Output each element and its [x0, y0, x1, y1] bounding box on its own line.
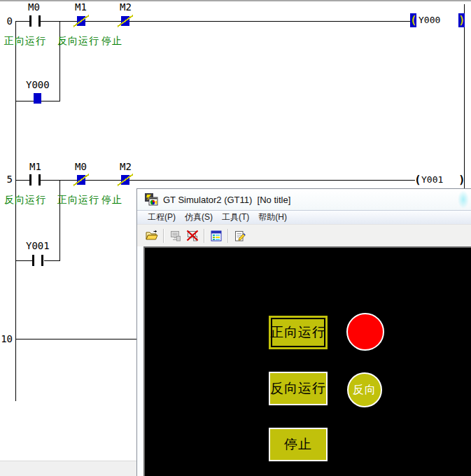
step-number-0: 0	[0, 15, 13, 27]
open-project-icon	[145, 229, 159, 243]
gt-menu-bar: 工程(P) 仿真(S) 工具(T) 帮助(H)	[137, 210, 471, 224]
end-simulation-button[interactable]	[184, 227, 201, 244]
coil-y001-open-paren[interactable]: (	[414, 173, 421, 187]
comment-reverse-run: 反向运行	[57, 35, 99, 48]
device-label-y001-branch: Y001	[26, 240, 50, 251]
screenshot-root: 0 5 10 M0 M1 M2 Y000 正向运行 反向运行 停止 ( Y000…	[0, 0, 471, 476]
hmi-lamp-forward-on	[346, 313, 384, 351]
menu-item-help[interactable]: 帮助(H)	[257, 211, 288, 224]
start-simulation-icon	[169, 229, 183, 243]
contact-y000-branch[interactable]	[34, 93, 41, 104]
device-label-m1: M1	[75, 1, 87, 13]
titlebar-glass-glow	[458, 190, 469, 209]
coil-y000-open-paren[interactable]: (	[410, 13, 416, 27]
device-label-y000-branch: Y000	[26, 79, 50, 90]
device-label-m2-rung5: M2	[120, 161, 132, 172]
toolbar-separator	[163, 229, 164, 243]
menu-item-simulate[interactable]: 仿真(S)	[183, 211, 214, 224]
hmi-lamp-reverse: 反向	[347, 372, 382, 407]
gt-toolbar	[137, 224, 471, 246]
device-monitor-icon	[209, 229, 223, 243]
device-label-m0: M0	[28, 1, 40, 13]
hmi-button-stop[interactable]: 停止	[269, 428, 328, 461]
comment-stop: 停止	[101, 35, 122, 48]
coil-y000-close-paren: )	[458, 13, 465, 27]
contact-y001-branch[interactable]	[32, 255, 44, 266]
menu-item-tools[interactable]: 工具(T)	[220, 211, 251, 224]
gt-title-bar[interactable]: GT Simulator2 (GT11) [No title]	[137, 189, 471, 210]
open-project-button[interactable]	[143, 227, 160, 244]
end-simulation-icon	[185, 229, 199, 243]
gt-simulator-window: GT Simulator2 (GT11) [No title] 工程(P) 仿真…	[136, 188, 471, 476]
hmi-button-reverse-run[interactable]: 反向运行	[269, 372, 328, 405]
contact-m0-rung0[interactable]	[29, 15, 41, 27]
step-number-10: 10	[0, 333, 13, 344]
start-simulation-button[interactable]	[167, 227, 184, 244]
option-setup-icon	[233, 229, 247, 243]
device-label-m2: M2	[120, 1, 132, 13]
device-label-m1-rung5: M1	[29, 161, 41, 172]
contact-m1-rung5[interactable]	[29, 174, 41, 186]
comment-reverse-run-2: 反向运行	[4, 194, 46, 206]
device-label-m0-rung5: M0	[75, 161, 87, 172]
coil-y001-close-paren: )	[458, 173, 465, 187]
toolbar-separator	[227, 229, 229, 243]
device-monitor-button[interactable]	[208, 227, 225, 244]
menu-item-project[interactable]: 工程(P)	[146, 211, 177, 224]
gt-window-title: GT Simulator2 (GT11) [No title]	[163, 195, 290, 205]
coil-y001-name[interactable]: Y001	[421, 174, 443, 185]
step-number-5: 5	[0, 174, 13, 185]
comment-forward-run: 正向运行	[4, 35, 46, 48]
gt-app-icon	[144, 192, 158, 206]
comment-stop-2: 停止	[101, 194, 122, 206]
toolbar-separator	[204, 229, 205, 243]
hmi-button-forward-run[interactable]: 正向运行	[269, 316, 328, 349]
hmi-screen: 正向运行 反向运行 停止 反向	[143, 246, 471, 476]
option-setup-button[interactable]	[232, 227, 248, 244]
coil-y000-name[interactable]: Y000	[419, 15, 440, 25]
comment-forward-run-2: 正向运行	[57, 194, 99, 206]
